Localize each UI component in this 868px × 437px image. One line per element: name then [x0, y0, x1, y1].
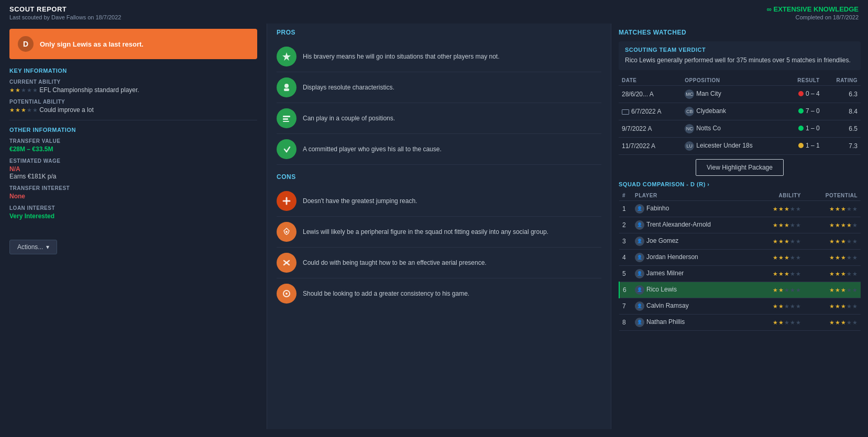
con-icon-1 [277, 191, 296, 211]
page-title: SCOUT REPORT [9, 5, 121, 13]
star-display: ★★★★★ [829, 303, 858, 310]
cons-title: CONS [277, 173, 601, 181]
match-row: 9/7/2022 A NCNotts Co 1 – 0 6.5 [619, 120, 861, 137]
player-icon: 👤 [635, 269, 644, 278]
squad-player-name: 👤Trent Alexander-Arnold [632, 217, 753, 233]
verdict-title: SCOUTING TEAM VERDICT [625, 47, 854, 53]
col-opposition: OPPOSITION [682, 75, 784, 86]
squad-ability: ★★★★★ [753, 265, 804, 282]
squad-ability: ★★★★★ [753, 282, 804, 298]
squad-ability: ★★★★★ [753, 314, 804, 330]
header-left: SCOUT REPORT Last scouted by Dave Fallow… [9, 5, 121, 20]
con-item-4: Should be looking to add a greater consi… [277, 278, 601, 309]
pro-item-2: Displays resolute characteristics. [277, 72, 601, 103]
match-result: 0 – 4 [784, 85, 823, 103]
star-display: ★★★★★ [773, 319, 801, 326]
squad-rank: 1 [619, 200, 632, 217]
squad-ability: ★★★★★ [753, 249, 804, 265]
squad-rank: 8 [619, 314, 632, 330]
squad-row: 2 👤Trent Alexander-Arnold ★★★★★ ★★★★★ [619, 217, 861, 233]
loan-interest: Very Interested [9, 212, 257, 220]
star-display: ★★★★★ [773, 222, 801, 229]
current-ability-row: ★ ★ ★ ★ ★ EFL Championship standard play… [9, 86, 257, 94]
result-dot [798, 143, 804, 148]
squad-rank: 4 [619, 249, 632, 265]
main-layout: D Only sign Lewis as a last resort. KEY … [0, 24, 868, 429]
squad-col-potential: POTENTIAL [804, 191, 861, 201]
header: SCOUT REPORT Last scouted by Dave Fallow… [0, 0, 868, 24]
match-team: NCNotts Co [682, 120, 784, 137]
highlight-package-button[interactable]: View Highlight Package [696, 159, 784, 176]
pro-text-1: His bravery means he will go into situat… [303, 52, 500, 61]
squad-potential: ★★★★★ [804, 233, 861, 249]
pro-item-4: A committed player who gives his all to … [277, 134, 601, 165]
left-panel: D Only sign Lewis as a last resort. KEY … [0, 24, 267, 429]
wage-earns: Earns €181K p/a [9, 173, 257, 180]
match-rating: 6.5 [823, 120, 861, 137]
star-display: ★★★★★ [829, 271, 858, 277]
player-icon: 👤 [635, 204, 644, 214]
estimated-wage-label: ESTIMATED WAGE [9, 158, 257, 164]
result-dot [798, 126, 804, 131]
con-item-2: Lewis will likely be a peripheral figure… [277, 217, 601, 248]
player-icon: 👤 [635, 253, 644, 262]
star-display: ★★★★★ [773, 287, 801, 294]
match-team: LULeicester Under 18s [682, 137, 784, 154]
star-display: ★★★★★ [829, 254, 858, 261]
divider-1 [9, 120, 257, 120]
squad-comparison-title[interactable]: SQUAD COMPARISON - D (R) › [619, 181, 861, 187]
squad-potential: ★★★★★ [804, 249, 861, 265]
pro-item-1: His bravery means he will go into situat… [277, 41, 601, 72]
squad-player-name: 👤Jordan Henderson [632, 249, 753, 265]
star-display: ★★★★★ [829, 319, 858, 326]
star-display: ★★★★★ [829, 206, 858, 212]
match-row: 11/7/2022 A LULeicester Under 18s 1 – 1 … [619, 137, 861, 154]
squad-ability: ★★★★★ [753, 217, 804, 233]
squad-row: 1 👤Fabinho ★★★★★ ★★★★★ [619, 200, 861, 217]
match-date: 9/7/2022 A [619, 120, 682, 137]
team-icon: LU [685, 141, 694, 151]
actions-button[interactable]: Actions... ▾ [9, 240, 57, 254]
match-date: 28/6/20... A [619, 85, 682, 103]
verdict-text: Rico Lewis generally performed well for … [625, 56, 854, 65]
svg-marker-0 [282, 52, 291, 61]
star-display: ★★★★★ [773, 238, 801, 245]
con-text-4: Should be looking to add a greater consi… [303, 289, 469, 298]
squad-player-name: 👤Joe Gomez [632, 233, 753, 249]
star-display: ★★★★★ [829, 287, 858, 294]
player-icon: 👤 [635, 318, 644, 327]
last-scouted: Last scouted by Dave Fallows on 18/7/202… [9, 14, 121, 20]
squad-player-name: 👤Calvin Ramsay [632, 298, 753, 314]
actions-label: Actions... [17, 243, 43, 251]
squad-rank: 6 [619, 282, 632, 298]
completed-date: Completed on 18/7/2022 [767, 14, 859, 20]
star-display: ★★★★★ [773, 271, 801, 277]
current-ability-text: EFL Championship standard player. [39, 86, 139, 94]
squad-row: 8 👤Nathan Phillis ★★★★★ ★★★★★ [619, 314, 861, 330]
pro-icon-1 [277, 47, 296, 66]
transfer-value: €28M – €33.5M [9, 145, 257, 153]
pro-icon-4 [277, 139, 296, 159]
middle-panel: PROS His bravery means he will go into s… [267, 24, 611, 429]
squad-row: 4 👤Jordan Henderson ★★★★★ ★★★★★ [619, 249, 861, 265]
squad-potential: ★★★★★ [804, 282, 861, 298]
pro-icon-2 [277, 77, 296, 97]
col-rating: RATING [823, 75, 861, 86]
svg-rect-5 [283, 121, 289, 122]
header-right: EXTENSIVE KNOWLEDGE Completed on 18/7/20… [767, 5, 859, 20]
squad-rank: 2 [619, 217, 632, 233]
star-display: ★★★★★ [773, 303, 801, 310]
estimated-wage: N/A [9, 165, 257, 173]
svg-rect-4 [283, 118, 288, 120]
con-text-2: Lewis will likely be a peripheral figure… [303, 228, 548, 237]
squad-rank: 7 [619, 298, 632, 314]
alert-box: D Only sign Lewis as a last resort. [9, 29, 257, 59]
team-icon: MC [685, 89, 694, 99]
scouting-verdict: SCOUTING TEAM VERDICT Rico Lewis general… [619, 41, 861, 70]
squad-potential: ★★★★★ [804, 265, 861, 282]
squad-potential: ★★★★★ [804, 217, 861, 233]
svg-rect-2 [284, 88, 289, 91]
chevron-down-icon: ▾ [46, 243, 49, 251]
squad-player-name: 👤Rico Lewis [632, 282, 753, 298]
con-item-1: Doesn't have the greatest jumping reach. [277, 186, 601, 217]
